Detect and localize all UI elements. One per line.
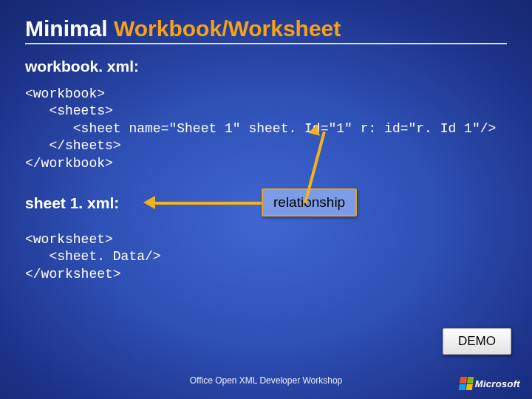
- arrow-left-head-icon: [143, 196, 155, 209]
- relationship-label: relationship: [273, 194, 345, 210]
- footer-text: Office Open XML Developer Workshop: [0, 375, 532, 386]
- title-underline: [25, 43, 507, 44]
- title-prefix: Minimal: [25, 16, 114, 41]
- code-block-worksheet: <worksheet> <sheet. Data/> </worksheet>: [25, 231, 507, 283]
- microsoft-logo: Microsoft: [460, 377, 520, 390]
- demo-label: DEMO: [458, 334, 496, 348]
- subheading-workbook-xml: workbook. xml:: [25, 58, 507, 75]
- title-accent: Workbook/Worksheet: [114, 16, 341, 41]
- arrow-area: relationship: [143, 187, 507, 219]
- code-block-workbook: <workbook> <sheets> <sheet name="Sheet 1…: [25, 86, 507, 172]
- microsoft-logo-text: Microsoft: [475, 378, 520, 389]
- arrow-left-line: [152, 202, 262, 205]
- slide: Minimal Workbook/Worksheet workbook. xml…: [0, 0, 532, 399]
- microsoft-flag-icon: [459, 377, 474, 390]
- slide-title: Minimal Workbook/Worksheet: [25, 16, 507, 41]
- demo-badge: DEMO: [443, 328, 511, 355]
- relationship-row: sheet 1. xml: relationship: [25, 187, 507, 219]
- subheading-sheet1-xml: sheet 1. xml:: [25, 194, 143, 212]
